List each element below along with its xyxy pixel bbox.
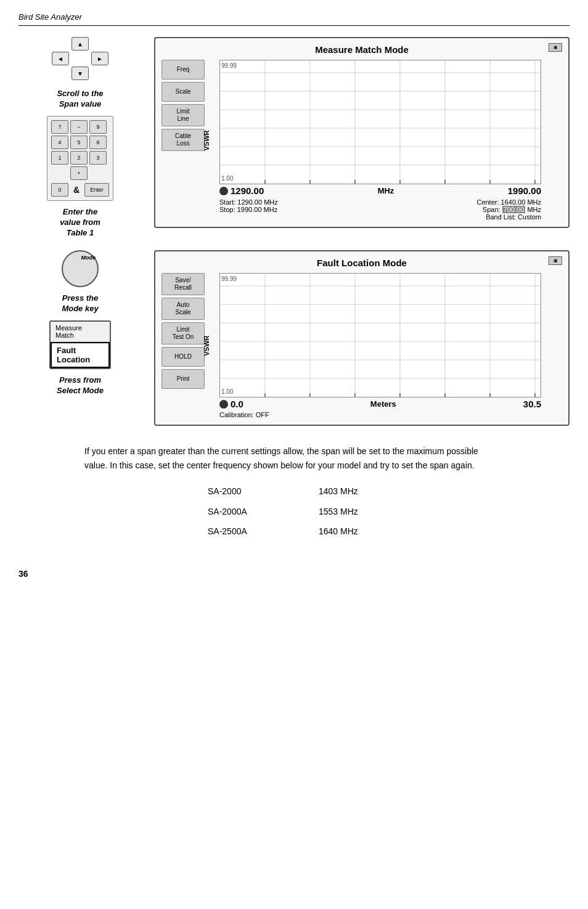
key-9[interactable]: 9 xyxy=(89,120,107,134)
sidebar-buttons-2: Save/Recall AutoScale LimitTest On HOLD … xyxy=(161,273,205,418)
bottom-paragraph: If you enter a span greater than the cur… xyxy=(84,444,504,472)
key-7[interactable]: 7 xyxy=(51,120,68,134)
band-list-label: Band List: Custom xyxy=(486,213,541,221)
x-unit-1: MHz xyxy=(264,186,508,195)
model-freq-0: 1403 MHz xyxy=(319,484,380,498)
model-name-2: SA-2500A xyxy=(208,524,269,538)
chart-grid-1: 99.99 1.00 xyxy=(219,60,541,184)
section1: ▲ ◄ ► ▼ Scroll to theSpan value xyxy=(18,37,570,238)
x-left-2: 0.0 xyxy=(231,399,243,409)
calibration-label: Calibration: OFF xyxy=(219,411,541,418)
scale-btn[interactable]: Scale xyxy=(161,82,205,102)
usb-icon-2: ▣ xyxy=(549,256,562,265)
center-label: Center: 1640.00 MHz xyxy=(476,198,541,206)
fault-location-item[interactable]: FaultLocation xyxy=(51,342,110,368)
chart-wrapper-2: VSWR xyxy=(207,273,541,418)
span-unit: MHz xyxy=(527,206,541,213)
limit-line-btn[interactable]: LimitLine xyxy=(161,104,205,126)
chart-bottom-row-1: 1290.00 MHz 1990.00 xyxy=(219,185,541,196)
svg-text:99.99: 99.99 xyxy=(221,275,237,282)
chart-info-left-1: Start: 1290.00 MHz Stop: 1990.00 MHz xyxy=(219,198,278,221)
screen-panel-1: Measure Match Mode ▣ Freq Scale LimitLin… xyxy=(154,37,570,228)
chart-grid-2: 99.99 1.00 xyxy=(219,273,541,397)
measure-match-item[interactable]: MeasureMatch xyxy=(51,322,110,342)
arrow-down-btn[interactable]: ▼ xyxy=(71,67,89,80)
key-4[interactable]: 4 xyxy=(51,136,68,149)
left-panel-2: Mode Press theMode key MeasureMatch Faul… xyxy=(18,250,142,396)
limit-test-btn[interactable]: LimitTest On xyxy=(161,322,205,344)
key-5[interactable]: 5 xyxy=(70,136,88,149)
start-label: Start: 1290.00 MHz xyxy=(219,198,278,206)
key-dot[interactable]: • xyxy=(70,166,88,180)
vswr-label-1: VSWR xyxy=(203,130,210,150)
print-btn[interactable]: Print xyxy=(161,369,205,389)
vswr-label-2: VSWR xyxy=(203,336,210,356)
model-table: SA-2000 1403 MHz SA-2000A 1553 MHz SA-25… xyxy=(84,484,504,538)
sidebar-buttons-1: Freq Scale LimitLine CableLoss xyxy=(161,60,205,221)
chart-info-right-1: Center: 1640.00 MHz Span: 700.00 MHz Ban… xyxy=(476,198,541,221)
press-mode-label: Press theMode key xyxy=(62,293,98,314)
span-label: Span: 700.00 MHz xyxy=(483,206,541,213)
ampersand-label: & xyxy=(73,185,80,195)
auto-scale-btn[interactable]: AutoScale xyxy=(161,298,205,320)
model-name-1: SA-2000A xyxy=(208,505,269,518)
cable-loss-btn[interactable]: CableLoss xyxy=(161,129,205,151)
key-1[interactable]: 1 xyxy=(51,151,68,165)
model-row-2: SA-2500A 1640 MHz xyxy=(208,524,380,538)
model-freq-2: 1640 MHz xyxy=(319,524,380,538)
press-from-label: Press fromSelect Mode xyxy=(57,375,104,396)
mode-key-device: Mode xyxy=(62,250,99,287)
chart-wrapper-1: VSWR xyxy=(207,60,541,221)
key-6[interactable]: 6 xyxy=(89,136,107,149)
x-right-1: 1990.00 xyxy=(508,185,541,196)
svg-text:1.00: 1.00 xyxy=(221,175,234,182)
x-right-2: 30.5 xyxy=(523,399,541,409)
chart-svg-2: 99.99 1.00 xyxy=(220,274,541,397)
page-number: 36 xyxy=(18,569,570,579)
svg-text:1.00: 1.00 xyxy=(221,388,234,395)
chart-bottom-row-2: 0.0 Meters 30.5 xyxy=(219,399,541,409)
model-freq-1: 1553 MHz xyxy=(319,505,380,518)
x-left-1: 1290.00 xyxy=(231,185,264,196)
section2: Mode Press theMode key MeasureMatch Faul… xyxy=(18,250,570,426)
chart-svg-1: 99.99 1.00 xyxy=(220,60,541,184)
key-minus-1[interactable]: − xyxy=(70,120,88,134)
key-blank xyxy=(51,166,68,180)
key-3[interactable]: 3 xyxy=(89,151,107,165)
arrow-keys-device: ▲ ◄ ► ▼ xyxy=(52,37,108,80)
enter-btn[interactable]: Enter xyxy=(84,183,109,197)
bottom-text-section: If you enter a span greater than the cur… xyxy=(84,444,504,538)
stop-label: Stop: 1990.00 MHz xyxy=(219,206,278,213)
select-mode-panel: MeasureMatch FaultLocation xyxy=(49,320,111,369)
hold-btn[interactable]: HOLD xyxy=(161,347,205,367)
scroll-label: Scroll to theSpan value xyxy=(57,89,103,110)
key-2[interactable]: 2 xyxy=(70,151,88,165)
left-panel-1: ▲ ◄ ► ▼ Scroll to theSpan value xyxy=(18,37,142,238)
key-blank2 xyxy=(89,166,107,180)
freq-btn[interactable]: Freq xyxy=(161,60,205,79)
usb-icon: ▣ xyxy=(549,43,562,52)
key-0[interactable]: 0 xyxy=(51,183,68,197)
screen-panel-2: Fault Location Mode ▣ Save/Recall AutoSc… xyxy=(154,250,570,426)
arrow-up-btn[interactable]: ▲ xyxy=(71,37,89,51)
span-value: 700.00 xyxy=(502,206,526,213)
model-row-1: SA-2000A 1553 MHz xyxy=(208,505,380,518)
enter-value-label: Enter thevalue fromTable 1 xyxy=(60,207,100,238)
screen-title-2: Fault Location Mode xyxy=(161,258,562,268)
dot-marker-1 xyxy=(219,187,228,195)
mode-circle[interactable]: Mode xyxy=(62,250,99,287)
model-row-0: SA-2000 1403 MHz xyxy=(208,484,380,498)
svg-text:99.99: 99.99 xyxy=(221,62,237,69)
save-recall-btn[interactable]: Save/Recall xyxy=(161,273,205,295)
arrow-right-btn[interactable]: ► xyxy=(91,52,108,65)
mode-text: Mode xyxy=(81,255,96,261)
chart-info-1: Start: 1290.00 MHz Stop: 1990.00 MHz Cen… xyxy=(219,198,541,221)
model-name-0: SA-2000 xyxy=(208,484,269,498)
header-title: Bird Site Analyzer xyxy=(18,12,570,22)
header-rule xyxy=(18,25,570,26)
arrow-left-btn[interactable]: ◄ xyxy=(52,52,69,65)
number-keypad: 7 − 9 4 5 6 1 2 3 • 0 & xyxy=(47,116,113,201)
dot-marker-2 xyxy=(219,400,228,409)
screen-title-1: Measure Match Mode xyxy=(161,44,562,55)
x-unit-2: Meters xyxy=(243,399,523,409)
